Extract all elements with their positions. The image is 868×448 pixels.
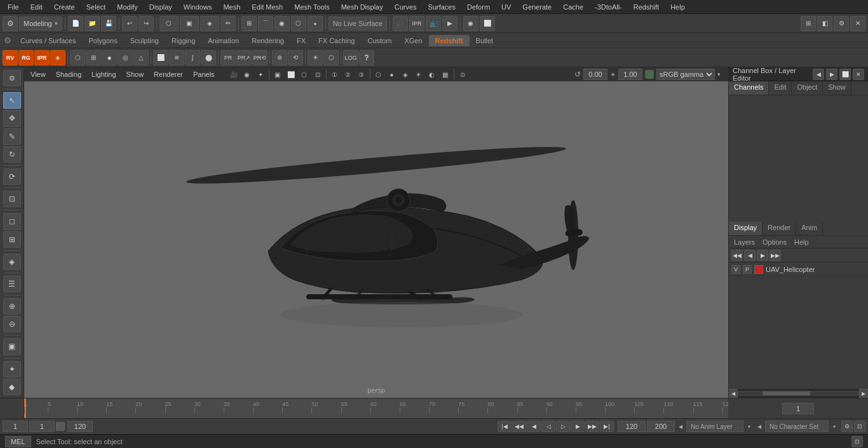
ipr-render-icon[interactable]: IPR: [409, 16, 424, 31]
layout-icon[interactable]: ⊞: [801, 16, 816, 31]
color-managed-icon[interactable]: [645, 70, 654, 79]
tab-rendering[interactable]: Rendering: [245, 35, 290, 46]
close-panel-icon[interactable]: ✕: [850, 16, 865, 31]
settings-icon[interactable]: ⚙: [3, 16, 18, 31]
anim-settings-icon[interactable]: ⚙: [841, 421, 853, 432]
vp-smooth2-icon[interactable]: ●: [386, 68, 398, 81]
go-end-btn[interactable]: ▶|: [600, 421, 614, 432]
render-icon[interactable]: ▶: [442, 16, 458, 31]
menu-modify[interactable]: Modify: [112, 2, 142, 12]
menu-deform[interactable]: Deform: [462, 2, 495, 12]
refresh-icon[interactable]: ↺: [574, 70, 581, 79]
layers-menu-options[interactable]: Options: [760, 237, 789, 247]
open-file-icon[interactable]: 📁: [85, 16, 100, 31]
cone-icon[interactable]: △: [133, 50, 149, 65]
sphere-icon[interactable]: ●: [102, 50, 117, 65]
vp-light-icon[interactable]: ☀: [412, 68, 425, 81]
layer-color-swatch[interactable]: [754, 265, 763, 274]
vp-icon4[interactable]: ⊡: [311, 68, 324, 81]
anim-end-input[interactable]: [618, 421, 646, 432]
new-file-icon[interactable]: 📄: [68, 16, 83, 31]
anim-layer-arrow-left[interactable]: ◀: [676, 422, 685, 431]
layer-next2-icon[interactable]: ▶▶: [770, 250, 781, 261]
snap-point-left-btn[interactable]: ◈: [3, 254, 21, 270]
layers-menu-help[interactable]: Help: [792, 237, 811, 247]
sweep-icon[interactable]: ⬤: [201, 50, 216, 65]
anim-layer-arrow-right[interactable]: ▾: [745, 422, 754, 431]
custom-left-btn[interactable]: ◆: [3, 379, 21, 395]
tab-fx[interactable]: FX: [290, 35, 312, 46]
exposure-icon[interactable]: ☀: [610, 71, 616, 78]
layer-visibility-btn[interactable]: V: [731, 265, 740, 274]
layers-menu-layers[interactable]: Layers: [731, 237, 757, 247]
vp-isolate-icon[interactable]: ⊙: [456, 68, 469, 81]
viewport-menu-view[interactable]: View: [28, 69, 48, 79]
layer-prev2-icon[interactable]: ◀: [744, 250, 756, 261]
save-file-icon[interactable]: 💾: [101, 16, 116, 31]
decrease-manip-btn[interactable]: ⊖: [3, 316, 21, 332]
cb-tab-channels[interactable]: Channels: [729, 81, 769, 95]
select-by-object-type-icon[interactable]: ◈: [200, 16, 219, 31]
snap-surface-icon[interactable]: ⬡: [291, 16, 306, 31]
mel-python-toggle[interactable]: MEL: [5, 436, 31, 447]
menu-surfaces[interactable]: Surfaces: [423, 2, 461, 12]
select-by-hierarchy-icon[interactable]: ⬡: [159, 16, 179, 31]
vp-textured-icon[interactable]: ◈: [399, 68, 412, 81]
anim-max-input[interactable]: [647, 421, 675, 432]
timeline-ruler[interactable]: 1510152025303540455055606570758085909510…: [24, 398, 728, 419]
layer-tab-render[interactable]: Render: [763, 222, 796, 235]
menu-display[interactable]: Display: [144, 2, 177, 12]
menu-cache[interactable]: Cache: [558, 2, 588, 12]
universal-manip-btn[interactable]: ⊡: [3, 191, 21, 207]
tab-animation[interactable]: Animation: [201, 35, 245, 46]
menu-help[interactable]: Help: [665, 2, 690, 12]
menu-select[interactable]: Select: [81, 2, 111, 12]
vp-subdiv-icon[interactable]: ①: [329, 68, 341, 81]
menu-redshift[interactable]: Redshift: [628, 2, 664, 12]
current-frame-right-input[interactable]: [782, 403, 814, 414]
snap-grid-icon[interactable]: ⊞: [241, 16, 257, 31]
menu-mesh[interactable]: Mesh: [218, 2, 245, 12]
cb-tab-object[interactable]: Object: [792, 81, 823, 95]
cb-tab-show[interactable]: Show: [823, 81, 851, 95]
vp-transform-icon[interactable]: ✦: [254, 68, 267, 81]
paint-select-icon[interactable]: ✏: [220, 16, 236, 31]
lasso-tool-btn[interactable]: ✎: [3, 128, 21, 145]
menu-edit[interactable]: Edit: [25, 2, 48, 12]
cb-next-icon[interactable]: ▶: [826, 69, 837, 80]
vp-cam-icon[interactable]: 🎥: [227, 68, 240, 81]
scale-tool-btn[interactable]: ⟳: [3, 168, 21, 185]
no-char-set-btn[interactable]: No Character Set: [765, 421, 829, 432]
no-live-surface-btn[interactable]: No Live Surface: [329, 17, 387, 31]
layer-tab-anim[interactable]: Anim: [796, 222, 823, 235]
rotate-tool-btn[interactable]: ↻: [3, 146, 21, 163]
menu-3dtoall[interactable]: -3DtoAll-: [590, 2, 627, 12]
viewport-menu-shading[interactable]: Shading: [53, 69, 84, 79]
play-fwd-btn[interactable]: ▷: [556, 421, 570, 432]
next-key-btn[interactable]: ▶▶: [585, 421, 599, 432]
menu-windows[interactable]: Windows: [179, 2, 217, 12]
cube-icon[interactable]: ⬡: [70, 50, 85, 65]
vp-bounding-icon[interactable]: ③: [355, 68, 368, 81]
tab-sculpting[interactable]: Sculpting: [124, 35, 165, 46]
current-frame-input[interactable]: [29, 421, 55, 432]
layer-tab-display[interactable]: Display: [729, 222, 763, 235]
prev-key-btn[interactable]: ◀◀: [512, 421, 526, 432]
extrude-icon[interactable]: ≋: [169, 50, 184, 65]
pr2-icon[interactable]: PR↗: [236, 50, 252, 65]
render-tool1[interactable]: ⊛: [272, 50, 287, 65]
layer-scrollbar[interactable]: ◀ ▶: [729, 389, 868, 398]
menu-curves[interactable]: Curves: [390, 2, 422, 12]
grid-icon[interactable]: ⊞: [86, 50, 101, 65]
layer-next-icon[interactable]: ▶: [757, 250, 768, 261]
vp-icon1[interactable]: ▣: [271, 68, 284, 81]
soft-mod-btn[interactable]: ◻: [3, 213, 21, 229]
move-tool-btn[interactable]: ✥: [3, 110, 21, 126]
help-rs-icon[interactable]: ?: [359, 50, 374, 65]
status-right-icon[interactable]: ⊡: [851, 436, 863, 447]
cb-float-icon[interactable]: ⬜: [839, 69, 851, 80]
undo-icon[interactable]: ↩: [122, 16, 137, 31]
viewport[interactable]: View Shading Lighting Show Renderer Pane…: [24, 67, 728, 398]
step-back-btn[interactable]: ◀: [527, 421, 541, 432]
log-icon[interactable]: LOG: [343, 50, 358, 65]
